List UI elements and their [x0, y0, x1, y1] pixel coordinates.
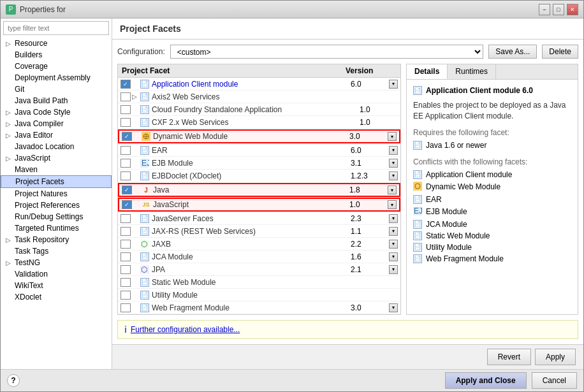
facet-row-web-fragment[interactable]: 📄 Web Fragment Module 3.0 ▾: [118, 301, 400, 314]
facet-row-java[interactable]: ✓ J Java 1.8 ▾: [118, 183, 400, 197]
facet-row-jsf[interactable]: 📄 JavaServer Faces 2.3 ▾: [118, 212, 400, 225]
version-arrow-java[interactable]: ▾: [388, 185, 397, 194]
version-arrow-app-client[interactable]: ▾: [389, 80, 398, 89]
version-arrow-javascript[interactable]: ▾: [388, 200, 397, 209]
version-arrow-jsf[interactable]: ▾: [389, 214, 398, 223]
facet-row-jca[interactable]: 📄 JCA Module 1.6 ▾: [118, 250, 400, 263]
sidebar-item-run-debug[interactable]: Run/Debug Settings: [1, 211, 112, 222]
cancel-button[interactable]: Cancel: [532, 372, 577, 389]
checkbox-ejbdoclet[interactable]: [120, 171, 131, 180]
sidebar-item-resource[interactable]: ▷ Resource: [1, 38, 112, 49]
checkbox-app-client[interactable]: ✓: [120, 80, 131, 89]
facet-name-jca[interactable]: JCA Module: [152, 252, 351, 261]
version-arrow-ear[interactable]: ▾: [389, 146, 398, 155]
facet-name-jaxb[interactable]: JAXB: [152, 240, 351, 249]
help-button[interactable]: ?: [7, 374, 20, 387]
config-select[interactable]: <custom>: [170, 45, 484, 59]
facet-row-utility[interactable]: 📄 Utility Module: [118, 289, 400, 301]
sidebar-item-xdoclet[interactable]: XDoclet: [1, 291, 112, 303]
facet-name-axis2[interactable]: Axis2 Web Services: [152, 92, 360, 101]
checkbox-cloud-foundry[interactable]: [120, 105, 131, 114]
apply-button[interactable]: Apply: [535, 349, 576, 365]
facet-name-jsf[interactable]: JavaServer Faces: [152, 214, 351, 223]
sidebar-item-testng[interactable]: ▷ TestNG: [1, 257, 112, 268]
tab-details[interactable]: Details: [407, 64, 448, 79]
version-arrow-ejbdoclet[interactable]: ▾: [389, 171, 398, 180]
facet-name-ejb[interactable]: EJB Module: [152, 159, 351, 168]
facet-name-web-fragment[interactable]: Web Fragment Module: [152, 303, 351, 312]
facet-name-utility[interactable]: Utility Module: [152, 291, 360, 300]
tab-runtimes[interactable]: Runtimes: [448, 64, 496, 79]
facet-row-jaxb[interactable]: ⬡ JAXB 2.2 ▾: [118, 238, 400, 250]
facet-name-jaxrs[interactable]: JAX-RS (REST Web Services): [152, 227, 351, 236]
sidebar-item-java-build-path[interactable]: Java Build Path: [1, 95, 112, 106]
restore-button[interactable]: □: [553, 4, 564, 15]
version-arrow-dynamic-web[interactable]: ▾: [388, 132, 397, 141]
checkbox-dynamic-web[interactable]: ✓: [122, 132, 132, 141]
sidebar-item-maven[interactable]: Maven: [1, 164, 112, 175]
sidebar-item-targeted-runtimes[interactable]: Targeted Runtimes: [1, 222, 112, 234]
checkbox-java[interactable]: ✓: [122, 185, 132, 194]
facet-row-static-web[interactable]: 📄 Static Web Module: [118, 276, 400, 289]
sidebar-item-project-natures[interactable]: Project Natures: [1, 188, 112, 200]
sidebar-item-coverage[interactable]: Coverage: [1, 61, 112, 72]
sidebar-item-javadoc[interactable]: Javadoc Location: [1, 141, 112, 152]
facet-row-javascript[interactable]: ✓ JS JavaScript 1.0 ▾: [118, 198, 400, 212]
sidebar-item-javascript[interactable]: ▷ JavaScript: [1, 152, 112, 164]
sidebar-item-git[interactable]: Git: [1, 83, 112, 95]
facet-row-dynamic-web[interactable]: ✓ Dynamic: [118, 129, 400, 143]
facet-name-ear[interactable]: EAR: [152, 146, 351, 155]
version-arrow-jpa[interactable]: ▾: [389, 265, 398, 274]
sidebar-item-deployment-assembly[interactable]: Deployment Assembly: [1, 72, 112, 83]
checkbox-jaxrs[interactable]: [120, 227, 131, 236]
sidebar-item-builders[interactable]: Builders: [1, 49, 112, 61]
checkbox-jsf[interactable]: [120, 214, 131, 223]
checkbox-axis2[interactable]: [120, 92, 131, 101]
facet-name-jpa[interactable]: JPA: [152, 265, 351, 274]
facet-name-javascript[interactable]: JavaScript: [153, 200, 349, 209]
sidebar-item-project-facets[interactable]: Project Facets: [1, 175, 112, 188]
facet-row-ejbdoclet[interactable]: 📄 EJBDoclet (XDoclet) 1.2.3 ▾: [118, 170, 400, 182]
version-arrow-web-fragment[interactable]: ▾: [389, 303, 398, 312]
sidebar-item-java-code-style[interactable]: ▷ Java Code Style: [1, 106, 112, 118]
facet-row-ear[interactable]: 📄 EAR 6.0 ▾: [118, 144, 400, 157]
sidebar-item-task-repository[interactable]: ▷ Task Repository: [1, 234, 112, 245]
checkbox-static-web[interactable]: [120, 278, 131, 287]
facet-name-cloud-foundry[interactable]: Cloud Foundry Standalone Application: [152, 105, 360, 114]
expand-arrow-axis2[interactable]: ▷: [132, 93, 140, 100]
facet-name-dynamic-web[interactable]: Dynamic Web Module: [153, 132, 349, 141]
close-button[interactable]: ✕: [567, 4, 578, 15]
checkbox-jaxb[interactable]: [120, 240, 131, 249]
checkbox-ear[interactable]: [120, 146, 131, 155]
revert-button[interactable]: Revert: [487, 349, 531, 365]
facet-name-cxf[interactable]: CXF 2.x Web Services: [152, 118, 360, 127]
facet-name-static-web[interactable]: Static Web Module: [152, 278, 360, 287]
version-arrow-ejb[interactable]: ▾: [389, 159, 398, 168]
save-as-button[interactable]: Save As...: [488, 45, 537, 59]
facet-name-java[interactable]: Java: [153, 185, 349, 194]
checkbox-cxf[interactable]: [120, 118, 131, 127]
version-arrow-jaxrs[interactable]: ▾: [389, 227, 398, 236]
facet-row-jpa[interactable]: ⬡ JPA 2.1 ▾: [118, 263, 400, 276]
checkbox-utility[interactable]: [120, 291, 131, 300]
version-arrow-jaxb[interactable]: ▾: [389, 240, 398, 249]
minimize-button[interactable]: −: [539, 4, 550, 15]
facet-row-jaxrs[interactable]: 📄 JAX-RS (REST Web Services) 1.1 ▾: [118, 225, 400, 238]
facet-name-ejbdoclet[interactable]: EJBDoclet (XDoclet): [152, 171, 351, 180]
facet-row-cxf[interactable]: 📄 CXF 2.x Web Services 1.0: [118, 116, 400, 129]
apply-and-close-button[interactable]: Apply and Close: [445, 372, 527, 389]
facet-row-cloud-foundry[interactable]: 📄 Cloud Foundry Standalone Application 1…: [118, 103, 400, 116]
facet-name-app-client[interactable]: Application Client module: [152, 80, 351, 89]
facet-row-ejb[interactable]: EJB EJB Module 3.1 ▾: [118, 157, 400, 170]
sidebar-item-java-editor[interactable]: ▷ Java Editor: [1, 129, 112, 141]
facet-row-axis2[interactable]: ▷ 📄 Axis2 Web Services: [118, 91, 400, 103]
facet-row-app-client[interactable]: ✓ 📄 Application Client module 6.0 ▾: [118, 78, 400, 91]
sidebar-item-wikitext[interactable]: WikiText: [1, 280, 112, 291]
version-arrow-jca[interactable]: ▾: [389, 252, 398, 261]
sidebar-item-project-references[interactable]: Project References: [1, 200, 112, 211]
further-config-link[interactable]: Further configuration available...: [131, 325, 240, 334]
checkbox-javascript[interactable]: ✓: [122, 200, 132, 209]
delete-button[interactable]: Delete: [542, 45, 578, 59]
sidebar-item-java-compiler[interactable]: ▷ Java Compiler: [1, 118, 112, 129]
checkbox-jca[interactable]: [120, 252, 131, 261]
